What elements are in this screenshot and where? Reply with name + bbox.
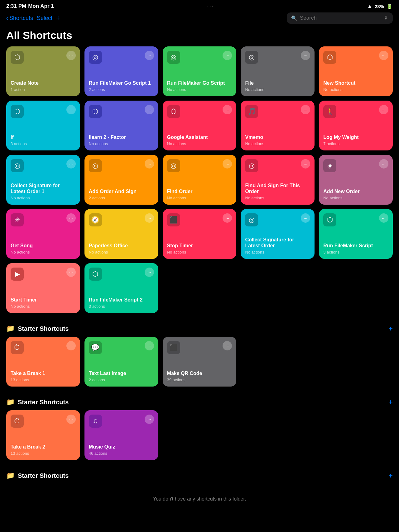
shortcut-card[interactable]: 🚶 ··· Log My Weight 7 actions — [319, 101, 393, 150]
card-menu-button[interactable]: ··· — [223, 51, 232, 60]
shortcut-card[interactable]: ⏱ ··· Take a Break 2 13 actions — [6, 410, 80, 460]
search-icon: 🔍 — [291, 15, 297, 21]
card-name: Stop Timer — [167, 243, 232, 249]
card-footer: New Shortcut No actions — [323, 80, 388, 92]
folder-icon: 📁 — [6, 398, 15, 406]
card-icon: ◎ — [167, 159, 180, 172]
shortcut-card[interactable]: ♫ ··· Music Quiz 46 actions — [84, 410, 158, 460]
card-menu-button[interactable]: ··· — [66, 341, 76, 350]
card-actions: No actions — [89, 141, 154, 146]
card-name: Paperless Office — [89, 243, 154, 249]
card-menu-button[interactable]: ··· — [145, 213, 154, 223]
card-menu-button[interactable]: ··· — [301, 213, 310, 223]
card-menu-button[interactable]: ··· — [223, 105, 232, 114]
card-menu-button[interactable]: ··· — [66, 213, 76, 223]
back-button[interactable]: ‹ Shortcuts — [6, 15, 33, 21]
card-header: ◎ ··· — [11, 159, 76, 172]
card-menu-button[interactable]: ··· — [145, 159, 154, 169]
shortcut-card[interactable]: 💬 ··· Text Last Image 2 actions — [84, 337, 158, 387]
card-header: ◎ ··· — [245, 159, 310, 172]
mic-icon[interactable]: 🎙 — [383, 15, 388, 21]
shortcut-card[interactable]: ◎ ··· Find And Sign For This Order No ac… — [241, 155, 315, 205]
shortcut-card[interactable]: ◎ ··· Collect Signature for Latest Order… — [241, 209, 315, 259]
empty-folder-message: You don't have any shortcuts in this fol… — [0, 484, 399, 520]
card-actions: No actions — [11, 196, 76, 200]
card-menu-button[interactable]: ··· — [301, 51, 310, 60]
section-title-container: 📁 Starter Shortcuts — [6, 472, 69, 480]
shortcut-card[interactable]: ✳ ··· Get Song No actions — [6, 209, 80, 259]
card-footer: Paperless Office No actions — [89, 243, 154, 254]
shortcut-card[interactable]: ⬡ ··· Run FileMaker Script 2 3 actions — [84, 263, 158, 313]
card-menu-button[interactable]: ··· — [379, 105, 388, 114]
card-header: ◎ ··· — [245, 51, 310, 64]
card-menu-button[interactable]: ··· — [223, 159, 232, 169]
center-dots: ··· — [207, 4, 214, 9]
card-footer: Start Timer No actions — [11, 297, 76, 309]
card-footer: Run FileMaker Script 3 actions — [323, 243, 388, 254]
section-title-container: 📁 Starter Shortcuts — [6, 325, 69, 333]
card-header: ⬡ ··· — [167, 105, 232, 118]
card-footer: Collect Signature for Latest Order 1 No … — [11, 183, 76, 200]
shortcut-card[interactable]: 🧭 ··· Paperless Office No actions — [84, 209, 158, 259]
shortcut-card[interactable]: ▶ ··· Start Timer No actions — [6, 263, 80, 313]
card-menu-button[interactable]: ··· — [301, 159, 310, 169]
shortcut-card[interactable]: ◎ ··· Add Order And Sign 2 actions — [84, 155, 158, 205]
card-menu-button[interactable]: ··· — [379, 213, 388, 223]
shortcut-card[interactable]: ⬛ ··· Make QR Code 39 actions — [163, 337, 237, 387]
card-icon: ⏱ — [11, 341, 24, 354]
shortcut-card[interactable]: ◎ ··· Run FileMaker Go Script 1 2 action… — [84, 46, 158, 96]
card-menu-button[interactable]: ··· — [145, 105, 154, 114]
card-menu-button[interactable]: ··· — [145, 268, 154, 277]
shortcut-card[interactable]: ◈ ··· Add New Order No actions — [319, 155, 393, 205]
card-name: Ilearn 2 - Factor — [89, 134, 154, 140]
card-header: ⬛ ··· — [167, 213, 232, 226]
card-header: ⬡ ··· — [323, 213, 388, 226]
card-header: ⏱ ··· — [11, 415, 76, 428]
add-button[interactable]: + — [56, 14, 60, 22]
card-header: ⬡ ··· — [89, 105, 154, 118]
card-menu-button[interactable]: ··· — [301, 105, 310, 114]
card-menu-button[interactable]: ··· — [145, 51, 154, 60]
search-bar[interactable]: 🔍 🎙 — [287, 12, 393, 24]
shortcut-card[interactable]: ⬡ ··· Run FileMaker Script 3 actions — [319, 209, 393, 259]
card-menu-button[interactable]: ··· — [66, 159, 76, 169]
card-menu-button[interactable]: ··· — [66, 415, 76, 424]
card-name: Find And Sign For This Order — [245, 183, 310, 194]
card-menu-button[interactable]: ··· — [66, 51, 76, 60]
shortcut-card[interactable]: ◎ ··· File No actions — [241, 46, 315, 96]
card-icon: ◎ — [245, 213, 258, 226]
shortcut-card[interactable]: ⬡ ··· Create Note 1 action — [6, 46, 80, 96]
card-icon: 🎵 — [245, 105, 258, 118]
card-name: Run FileMaker Script 2 — [89, 297, 154, 303]
shortcut-card[interactable]: ◎ ··· Find Order No actions — [163, 155, 237, 205]
card-icon: ◎ — [245, 51, 258, 64]
shortcut-card[interactable]: ⏱ ··· Take a Break 1 13 actions — [6, 337, 80, 387]
section-add-button[interactable]: + — [388, 471, 393, 480]
shortcut-card[interactable]: ⬡ ··· New Shortcut No actions — [319, 46, 393, 96]
shortcut-card[interactable]: ⬡ ··· Google Assistant No actions — [163, 101, 237, 150]
search-input[interactable] — [300, 15, 381, 21]
card-name: Collect Signature for Latest Order 1 — [11, 183, 76, 194]
card-icon: ◎ — [167, 51, 180, 64]
section-add-button[interactable]: + — [388, 398, 393, 406]
shortcut-card[interactable]: ⬛ ··· Stop Timer No actions — [163, 209, 237, 259]
select-button[interactable]: Select — [37, 15, 52, 21]
shortcut-card[interactable]: 🎵 ··· Vmemo No actions — [241, 101, 315, 150]
card-menu-button[interactable]: ··· — [145, 341, 154, 350]
card-menu-button[interactable]: ··· — [145, 415, 154, 424]
card-icon: ⬡ — [89, 105, 102, 118]
shortcut-card[interactable]: ⬡ ··· If 3 actions — [6, 101, 80, 150]
card-menu-button[interactable]: ··· — [223, 213, 232, 223]
section-add-button[interactable]: + — [388, 324, 393, 333]
card-footer: Get Song No actions — [11, 243, 76, 254]
card-menu-button[interactable]: ··· — [223, 341, 232, 350]
card-footer: Vmemo No actions — [245, 134, 310, 146]
card-menu-button[interactable]: ··· — [379, 51, 388, 60]
card-menu-button[interactable]: ··· — [66, 105, 76, 114]
shortcut-card[interactable]: ⬡ ··· Ilearn 2 - Factor No actions — [84, 101, 158, 150]
card-menu-button[interactable]: ··· — [66, 268, 76, 277]
card-menu-button[interactable]: ··· — [379, 159, 388, 169]
shortcut-card[interactable]: ◎ ··· Collect Signature for Latest Order… — [6, 155, 80, 205]
shortcut-card[interactable]: ◎ ··· Run FileMaker Go Script No actions — [163, 46, 237, 96]
card-footer: Find And Sign For This Order No actions — [245, 183, 310, 200]
